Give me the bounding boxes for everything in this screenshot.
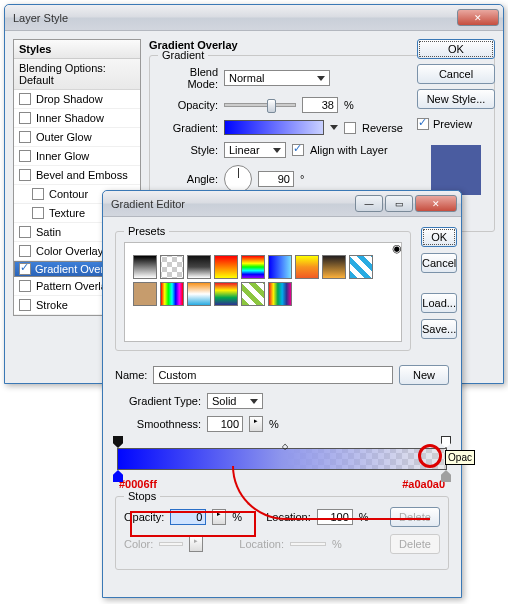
preset-swatch[interactable]	[268, 255, 292, 279]
chevron-down-icon	[250, 399, 258, 404]
opacity-slider[interactable]	[224, 103, 296, 107]
stop-color-label: Color:	[124, 538, 153, 550]
spinner-icon[interactable]: ▸	[249, 416, 263, 432]
annotation-box	[130, 511, 256, 537]
stop-color-swatch	[159, 542, 183, 546]
cancel-button[interactable]: Cancel	[421, 253, 457, 273]
style-drop-shadow[interactable]: Drop Shadow	[14, 90, 140, 109]
delete-color-stop-button: Delete	[390, 534, 440, 554]
gradient-preview[interactable]	[224, 120, 324, 135]
ok-button[interactable]: OK	[421, 227, 457, 247]
gradient-label: Gradient:	[158, 122, 218, 134]
chevron-down-icon[interactable]	[330, 125, 338, 130]
preset-swatch[interactable]	[268, 282, 292, 306]
presets-panel	[124, 242, 402, 342]
preset-swatch[interactable]	[133, 255, 157, 279]
preset-swatch[interactable]	[187, 282, 211, 306]
spinner-icon: ▸	[189, 536, 203, 552]
color-left-label: #0006ff	[119, 478, 157, 490]
tooltip: Opac	[445, 450, 475, 465]
align-label: Align with Layer	[310, 144, 388, 156]
preset-swatch[interactable]	[241, 255, 265, 279]
style-bevel-emboss[interactable]: Bevel and Emboss	[14, 166, 140, 185]
angle-dial[interactable]	[224, 165, 252, 193]
blending-options[interactable]: Blending Options: Default	[14, 59, 140, 90]
opacity-label: Opacity:	[158, 99, 218, 111]
close-icon[interactable]: ✕	[415, 195, 457, 212]
preset-swatch[interactable]	[322, 255, 346, 279]
preset-swatch[interactable]	[241, 282, 265, 306]
window-title: Gradient Editor	[107, 198, 353, 210]
stops-label: Stops	[124, 490, 160, 502]
chevron-down-icon	[273, 148, 281, 153]
smoothness-label: Smoothness:	[115, 418, 201, 430]
preview-swatch	[431, 145, 481, 195]
button-column: OK Cancel New Style... Preview	[417, 39, 495, 205]
stop-location2-input	[290, 542, 326, 546]
preset-swatch[interactable]	[160, 255, 184, 279]
style-select[interactable]: Linear	[224, 142, 286, 158]
align-checkbox[interactable]	[292, 144, 304, 156]
new-button[interactable]: New	[399, 365, 449, 385]
ok-button[interactable]: OK	[417, 39, 495, 59]
preset-swatch[interactable]	[133, 282, 157, 306]
name-input[interactable]	[153, 366, 393, 384]
new-style-button[interactable]: New Style...	[417, 89, 495, 109]
preset-swatch[interactable]	[295, 255, 319, 279]
opacity-stop-right[interactable]	[441, 436, 451, 448]
gradient-type-label: Gradient Type:	[115, 395, 201, 407]
titlebar[interactable]: Gradient Editor — ▭ ✕	[103, 191, 461, 217]
cancel-button[interactable]: Cancel	[417, 64, 495, 84]
reverse-checkbox[interactable]	[344, 122, 356, 134]
preset-swatch[interactable]	[214, 282, 238, 306]
style-outer-glow[interactable]: Outer Glow	[14, 128, 140, 147]
load-button[interactable]: Load...	[421, 293, 457, 313]
gradient-type-select[interactable]: Solid	[207, 393, 263, 409]
annotation-curve	[232, 466, 430, 520]
chevron-down-icon	[317, 76, 325, 81]
reverse-label: Reverse	[362, 122, 403, 134]
window-title: Layer Style	[9, 12, 455, 24]
angle-input[interactable]: 90	[258, 171, 294, 187]
style-inner-glow[interactable]: Inner Glow	[14, 147, 140, 166]
maximize-icon[interactable]: ▭	[385, 195, 413, 212]
color-stop-left[interactable]	[113, 470, 123, 482]
blend-mode-label: Blend Mode:	[158, 66, 218, 90]
group-label: Gradient	[158, 49, 208, 61]
angle-label: Angle:	[158, 173, 218, 185]
style-label: Style:	[158, 144, 218, 156]
opacity-input[interactable]: 38	[302, 97, 338, 113]
titlebar[interactable]: Layer Style ✕	[5, 5, 503, 31]
stop-location2-label: Location:	[239, 538, 284, 550]
close-icon[interactable]: ✕	[457, 9, 499, 26]
preset-swatch[interactable]	[349, 255, 373, 279]
styles-header[interactable]: Styles	[14, 40, 140, 59]
style-inner-shadow[interactable]: Inner Shadow	[14, 109, 140, 128]
flyout-icon[interactable]: ◉	[392, 242, 402, 255]
name-label: Name:	[115, 369, 147, 381]
preview-label: Preview	[433, 118, 472, 130]
annotation-circle	[418, 444, 442, 468]
presets-label: Presets	[124, 225, 169, 237]
opacity-stop-left[interactable]	[113, 436, 123, 448]
smoothness-input[interactable]: 100	[207, 416, 243, 432]
blend-mode-select[interactable]: Normal	[224, 70, 330, 86]
color-stop-right[interactable]	[441, 470, 451, 482]
preset-swatch[interactable]	[187, 255, 211, 279]
minimize-icon[interactable]: —	[355, 195, 383, 212]
save-button[interactable]: Save...	[421, 319, 457, 339]
preview-checkbox[interactable]	[417, 118, 429, 130]
preset-swatch[interactable]	[160, 282, 184, 306]
preset-swatch[interactable]	[214, 255, 238, 279]
